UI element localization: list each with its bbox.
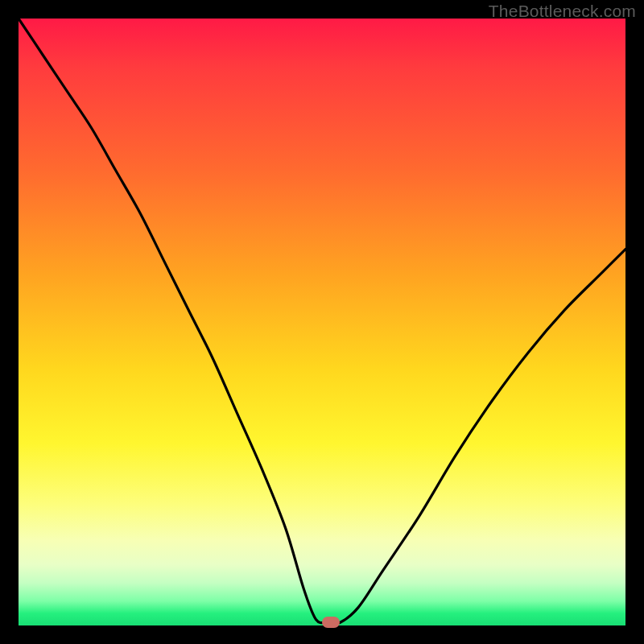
watermark-text: TheBottleneck.com <box>489 2 636 21</box>
bottleneck-curve <box>19 19 625 625</box>
chart-frame: TheBottleneck.com <box>0 0 644 644</box>
optimal-point-marker <box>322 617 340 628</box>
plot-area <box>19 19 625 625</box>
